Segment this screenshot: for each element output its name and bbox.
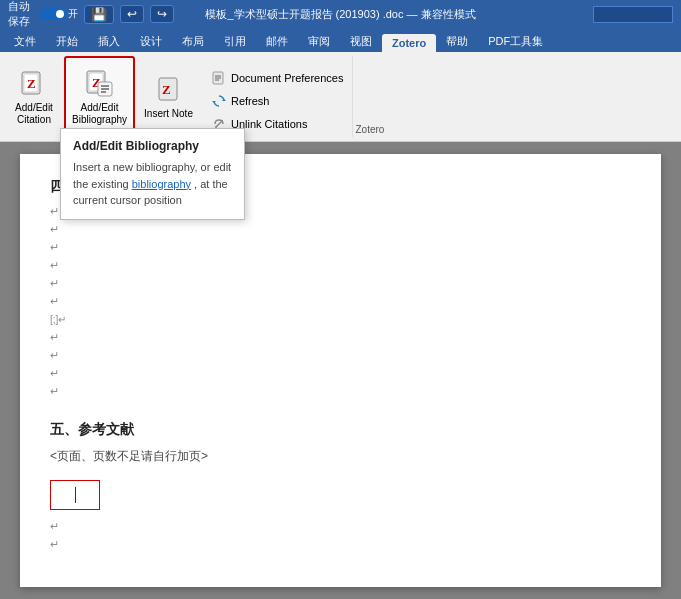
title-bar: 自动保存 开 💾 ↩ ↪ 模板_学术型硕士开题报告 (201903) .doc … (0, 0, 681, 28)
doc-line-7: [;]↵ (50, 311, 631, 329)
doc-line-6: ↵ (50, 293, 631, 311)
para-mark-b2: ↵ (50, 535, 59, 555)
tab-home[interactable]: 开始 (46, 31, 88, 52)
tab-view[interactable]: 视图 (340, 31, 382, 52)
tab-review[interactable]: 审阅 (298, 31, 340, 52)
toggle-indicator (40, 8, 66, 20)
tooltip-body: Insert a new bibliography, or edit the e… (73, 159, 232, 209)
subtext-line: <页面、页数不足请自行加页> (50, 446, 631, 468)
add-edit-bibliography-button[interactable]: Z Add/EditBibliography (64, 56, 135, 137)
tab-mailings[interactable]: 邮件 (256, 31, 298, 52)
svg-text:Z: Z (27, 76, 36, 91)
doc-line-8: ↵ (50, 329, 631, 347)
para-mark-10: ↵ (50, 364, 59, 384)
undo-button[interactable]: ↩ (120, 5, 144, 23)
toggle-state: 开 (68, 7, 78, 21)
doc-line-2: ↵ (50, 221, 631, 239)
autosave-toggle[interactable]: 开 (40, 7, 78, 21)
doc-line-11: ↵ (50, 383, 631, 401)
autosave-label: 自动保存 (8, 0, 34, 29)
tooltip-link-1: bibliography (132, 178, 191, 190)
tab-help[interactable]: 帮助 (436, 31, 478, 52)
refresh-button[interactable]: Refresh (206, 90, 349, 112)
para-mark-11: ↵ (50, 382, 59, 402)
refresh-icon (211, 93, 227, 109)
doc-line-3: ↵ (50, 239, 631, 257)
add-edit-citation-button[interactable]: Z Add/EditCitation (6, 56, 62, 137)
insert-note-button[interactable]: Z Insert Note (137, 56, 200, 137)
doc-line-5: ↵ (50, 275, 631, 293)
text-cursor (75, 487, 76, 503)
tab-references[interactable]: 引用 (214, 31, 256, 52)
zotero-small-buttons: Document Preferences Refresh (202, 56, 354, 137)
para-mark-7: [;]↵ (50, 311, 66, 329)
para-mark-2: ↵ (50, 220, 59, 240)
zotero-group-label: Zotero (355, 124, 384, 135)
svg-line-18 (216, 121, 222, 127)
svg-text:Z: Z (162, 82, 171, 97)
zotero-group-container: Zotero (355, 56, 384, 137)
section5-heading: 五、参考文献 (50, 417, 631, 442)
search-input[interactable] (593, 6, 673, 23)
app-window: 自动保存 开 💾 ↩ ↪ 模板_学术型硕士开题报告 (201903) .doc … (0, 0, 681, 599)
add-edit-citation-label: Add/EditCitation (15, 102, 53, 126)
para-mark-6: ↵ (50, 292, 59, 312)
section5-title: 五、参考文献 (50, 421, 134, 437)
doc-pref-icon (211, 70, 227, 86)
subtext-content: <页面、页数不足请自行加页> (50, 449, 208, 463)
title-bar-title: 模板_学术型硕士开题报告 (201903) .doc — 兼容性模式 (174, 7, 507, 22)
tooltip-title: Add/Edit Bibliography (73, 139, 232, 153)
document-preferences-button[interactable]: Document Preferences (206, 67, 349, 89)
svg-point-20 (221, 120, 223, 122)
para-mark-5: ↵ (50, 274, 59, 294)
tab-insert[interactable]: 插入 (88, 31, 130, 52)
tab-layout[interactable]: 布局 (172, 31, 214, 52)
insert-note-icon: Z (153, 74, 185, 106)
svg-marker-17 (212, 101, 216, 103)
tab-pdf[interactable]: PDF工具集 (478, 31, 553, 52)
para-mark-8: ↵ (50, 328, 59, 348)
cursor-box[interactable] (50, 480, 100, 510)
doc-line-10: ↵ (50, 365, 631, 383)
add-edit-citation-icon: Z (18, 68, 50, 100)
refresh-label: Refresh (231, 95, 270, 107)
para-mark-b1: ↵ (50, 517, 59, 537)
doc-line-bottom-1: ↵ (50, 518, 631, 536)
redo-button[interactable]: ↪ (150, 5, 174, 23)
document-title: 模板_学术型硕士开题报告 (201903) .doc — 兼容性模式 (205, 8, 475, 20)
title-bar-right (507, 6, 673, 23)
save-to-disk-button[interactable]: 💾 (84, 5, 114, 24)
svg-marker-16 (222, 99, 226, 101)
doc-line-4: ↵ (50, 257, 631, 275)
insert-note-label: Insert Note (144, 108, 193, 120)
title-bar-left: 自动保存 开 💾 ↩ ↪ (8, 0, 174, 29)
tab-file[interactable]: 文件 (4, 31, 46, 52)
add-edit-bibliography-icon: Z (84, 68, 116, 100)
para-mark-4: ↵ (50, 256, 59, 276)
tab-design[interactable]: 设计 (130, 31, 172, 52)
ribbon-tabs: 文件 开始 插入 设计 布局 引用 邮件 审阅 视图 Zotero 帮助 PDF… (0, 28, 681, 52)
doc-line-9: ↵ (50, 347, 631, 365)
para-mark-9: ↵ (50, 346, 59, 366)
cursor-container (50, 476, 100, 514)
add-edit-bibliography-label: Add/EditBibliography (72, 102, 127, 126)
para-mark-1: ↵ (50, 202, 59, 222)
doc-line-bottom-2: ↵ (50, 536, 631, 554)
bibliography-tooltip: Add/Edit Bibliography Insert a new bibli… (60, 128, 245, 220)
para-mark-3: ↵ (50, 238, 59, 258)
tab-zotero[interactable]: Zotero (382, 34, 436, 52)
document-preferences-label: Document Preferences (231, 72, 344, 84)
